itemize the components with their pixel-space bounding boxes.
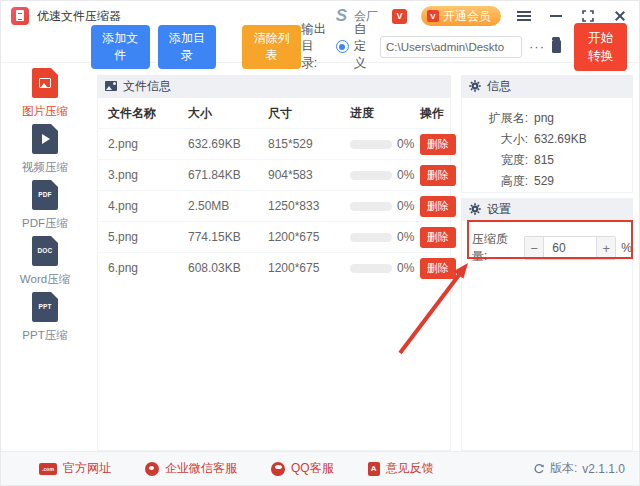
sidebar-item-video-compress[interactable]: 视频压缩 xyxy=(1,119,89,175)
delete-button[interactable]: 删除 xyxy=(420,258,456,279)
sidebar-item-ppt-compress[interactable]: PPT PPT压缩 xyxy=(1,287,89,343)
browse-more-button[interactable]: ··· xyxy=(529,39,545,54)
col-filename: 文件名称 xyxy=(108,105,188,122)
info-row: 大小: 632.69KB xyxy=(462,129,632,149)
sidebar-item-label: Word压缩 xyxy=(20,272,70,287)
sidebar-item-word-compress[interactable]: DOC Word压缩 xyxy=(1,231,89,287)
settings-title: 设置 xyxy=(487,201,511,218)
info-label: 高度: xyxy=(462,173,528,190)
sidebar: 图片压缩 视频压缩 PDF PDF压缩 DOC Word压缩 PPT PPT压缩 xyxy=(1,63,89,453)
col-size: 大小 xyxy=(188,105,268,122)
cell-size: 2.50MB xyxy=(188,199,268,213)
table-row: 5.png 774.15KB 1200*675 0% 删除 xyxy=(98,221,450,252)
cell-dimensions: 904*583 xyxy=(268,168,350,182)
info-row: 高度: 529 xyxy=(462,171,632,191)
qq-icon xyxy=(271,462,285,476)
progress-bar xyxy=(350,264,392,273)
file-info-title: 文件信息 xyxy=(123,78,171,95)
file-info-header: 文件信息 xyxy=(97,75,451,97)
cell-progress: 0% xyxy=(350,230,420,244)
clear-list-button[interactable]: 清除列表 xyxy=(242,25,301,69)
add-file-button[interactable]: 添加文件 xyxy=(91,25,150,69)
version-info: 版本: v2.1.1.0 xyxy=(533,460,625,477)
feedback-link[interactable]: A 意见反馈 xyxy=(368,460,434,477)
start-convert-button[interactable]: 开始转换 xyxy=(574,23,627,71)
cell-size: 671.84KB xyxy=(188,168,268,182)
info-row: 扩展名: png xyxy=(462,108,632,128)
sidebar-item-pdf-compress[interactable]: PDF PDF压缩 xyxy=(1,175,89,231)
app-window: 优速文件压缩器 S 会厂 V V 开通会员 添加文件 添加目录 清除列表 输出目… xyxy=(0,0,640,486)
quality-decrease-button[interactable]: − xyxy=(525,236,544,260)
cell-filename: 5.png xyxy=(108,230,188,244)
cell-filename: 2.png xyxy=(108,137,188,151)
settings-header: 设置 xyxy=(461,198,633,220)
quality-increase-button[interactable]: + xyxy=(596,236,615,260)
website-icon: .com xyxy=(39,463,57,475)
link-label: 企业微信客服 xyxy=(165,460,237,477)
info-label: 宽度: xyxy=(462,152,528,169)
delete-button[interactable]: 删除 xyxy=(420,134,456,155)
sidebar-item-label: PDF压缩 xyxy=(22,216,68,231)
pdf-compress-icon: PDF xyxy=(32,180,58,210)
qq-support-link[interactable]: QQ客服 xyxy=(271,460,334,477)
quality-row: 压缩质量: − + % xyxy=(472,231,632,265)
sidebar-item-label: 视频压缩 xyxy=(22,160,68,175)
cell-dimensions: 1250*833 xyxy=(268,199,350,213)
wechat-support-link[interactable]: 企业微信客服 xyxy=(145,460,237,477)
cell-filename: 6.png xyxy=(108,261,188,275)
cell-size: 774.15KB xyxy=(188,230,268,244)
link-label: QQ客服 xyxy=(291,460,334,477)
cell-dimensions: 1200*675 xyxy=(268,230,350,244)
output-path-input[interactable] xyxy=(380,36,522,58)
quality-unit: % xyxy=(621,241,632,255)
delete-button[interactable]: 删除 xyxy=(420,165,456,186)
info-value: 632.69KB xyxy=(534,132,587,146)
toolbar: 添加文件 添加目录 清除列表 输出目录: 自定义 ··· 开始转换 xyxy=(1,31,639,63)
custom-radio-label: 自定义 xyxy=(354,21,373,72)
statusbar: .com 官方网址 企业微信客服 QQ客服 A 意见反馈 版本: v2.1.1.… xyxy=(1,451,639,485)
col-actions: 操作 xyxy=(420,105,462,122)
sidebar-item-image-compress[interactable]: 图片压缩 xyxy=(1,63,89,119)
table-row: 2.png 632.69KB 815*529 0% 删除 xyxy=(98,128,450,159)
delete-button[interactable]: 删除 xyxy=(420,196,456,217)
table-row: 3.png 671.84KB 904*583 0% 删除 xyxy=(98,159,450,190)
image-compress-icon xyxy=(32,68,58,98)
gear-icon xyxy=(469,203,481,215)
open-folder-icon[interactable] xyxy=(552,40,561,53)
cell-progress: 0% xyxy=(350,199,420,213)
cell-progress: 0% xyxy=(350,168,420,182)
refresh-icon xyxy=(533,463,545,475)
app-title: 优速文件压缩器 xyxy=(37,8,121,25)
custom-radio[interactable] xyxy=(336,40,349,53)
gear-icon xyxy=(469,80,481,92)
sidebar-item-label: PPT压缩 xyxy=(22,328,67,343)
cell-filename: 4.png xyxy=(108,199,188,213)
word-compress-icon: DOC xyxy=(32,236,58,266)
info-value: png xyxy=(534,111,554,125)
add-directory-button[interactable]: 添加目录 xyxy=(158,25,217,69)
cell-size: 632.69KB xyxy=(188,137,268,151)
feedback-icon: A xyxy=(368,462,380,476)
quality-label: 压缩质量: xyxy=(472,231,518,265)
progress-bar xyxy=(350,233,392,242)
ppt-compress-icon: PPT xyxy=(32,292,58,322)
link-label: 官方网址 xyxy=(63,460,111,477)
version-label: 版本: xyxy=(550,460,577,477)
progress-bar xyxy=(350,202,392,211)
link-label: 意见反馈 xyxy=(386,460,434,477)
quality-value-input[interactable] xyxy=(544,236,596,260)
cell-progress: 0% xyxy=(350,137,420,151)
settings-card: 压缩质量: − + % xyxy=(461,220,633,451)
progress-bar xyxy=(350,140,392,149)
info-value: 529 xyxy=(534,174,554,188)
minimize-icon xyxy=(550,15,562,17)
wechat-icon xyxy=(145,462,159,476)
official-website-link[interactable]: .com 官方网址 xyxy=(39,460,111,477)
table-row: 6.png 608.03KB 1200*675 0% 删除 xyxy=(98,252,450,283)
info-label: 扩展名: xyxy=(462,110,528,127)
cell-dimensions: 815*529 xyxy=(268,137,350,151)
info-card: 扩展名: png 大小: 632.69KB 宽度: 815 高度: 529 xyxy=(461,97,633,193)
quality-stepper: − + xyxy=(524,236,616,260)
col-dimensions: 尺寸 xyxy=(268,105,350,122)
delete-button[interactable]: 删除 xyxy=(420,227,456,248)
